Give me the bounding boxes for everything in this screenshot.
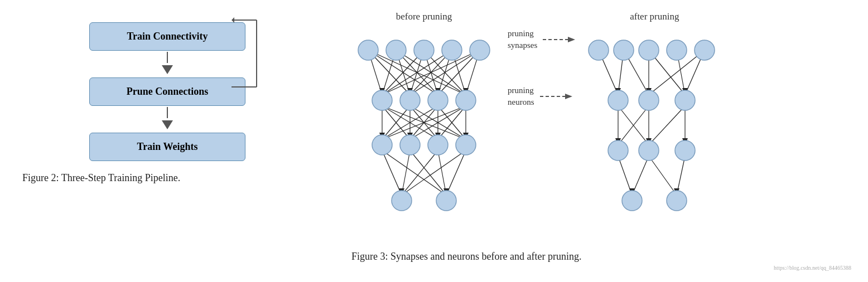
svg-point-107 [695, 40, 715, 60]
after-label: after pruning [630, 11, 679, 22]
neural-diagrams: before pruning [351, 11, 851, 243]
svg-point-58 [358, 40, 378, 60]
flow-diagram: Train Connectivity Prune Connections Tra… [22, 22, 312, 161]
arrow-2 [162, 107, 173, 132]
after-pruning-section: after pruning [587, 11, 721, 234]
svg-marker-74 [568, 37, 575, 42]
svg-point-59 [386, 40, 406, 60]
svg-point-63 [372, 90, 392, 110]
left-panel: Train Connectivity Prune Connections Tra… [0, 0, 335, 282]
svg-point-62 [470, 40, 490, 60]
pruning-neurons-label-item: pruningneurons [508, 85, 576, 108]
svg-point-110 [675, 90, 695, 110]
svg-point-69 [428, 135, 448, 155]
watermark: https://blog.csdn.net/qq_84465388 [351, 265, 851, 271]
pruning-neurons-text: pruningneurons [508, 85, 534, 108]
svg-point-65 [428, 90, 448, 110]
pruning-synapses-text: pruningsynapses [508, 28, 537, 51]
svg-line-99 [649, 156, 677, 195]
arrow-1 [162, 52, 173, 76]
svg-point-103 [589, 40, 609, 60]
before-pruning-section: before pruning [351, 11, 496, 234]
svg-point-61 [442, 40, 462, 60]
svg-marker-3 [232, 17, 234, 23]
svg-line-52 [402, 150, 438, 195]
svg-point-112 [639, 140, 659, 161]
svg-point-111 [608, 140, 628, 161]
svg-point-108 [608, 90, 628, 110]
svg-line-98 [632, 156, 649, 195]
before-network-svg [351, 28, 496, 234]
svg-point-68 [400, 135, 420, 155]
before-label: before pruning [396, 11, 452, 22]
svg-line-92 [649, 106, 685, 145]
svg-point-70 [456, 135, 476, 155]
svg-point-67 [372, 135, 392, 155]
pruning-labels: pruningsynapses pruningneurons [496, 28, 587, 108]
right-panel: before pruning [335, 0, 868, 282]
train-weights-box: Train Weights [89, 133, 245, 161]
svg-line-51 [410, 150, 446, 195]
svg-point-115 [667, 191, 687, 211]
svg-marker-76 [565, 94, 572, 99]
svg-point-104 [614, 40, 634, 60]
pruning-synapses-label-item: pruningsynapses [508, 28, 576, 51]
svg-point-72 [436, 191, 456, 211]
train-connectivity-box: Train Connectivity [89, 22, 245, 51]
svg-point-64 [400, 90, 420, 110]
figure-3-caption: Figure 3: Synapses and neurons before an… [351, 251, 851, 262]
prune-connections-box: Prune Connections [89, 77, 245, 106]
svg-point-105 [639, 40, 659, 60]
dashed-arrow-synapses [543, 34, 576, 45]
dashed-arrow-neurons [540, 91, 573, 102]
svg-point-66 [456, 90, 476, 110]
after-network-svg [587, 28, 721, 234]
svg-point-109 [639, 90, 659, 110]
svg-point-60 [414, 40, 434, 60]
feedback-arrow-svg [232, 12, 262, 95]
svg-point-71 [392, 191, 412, 211]
svg-point-114 [622, 191, 642, 211]
svg-point-106 [667, 40, 687, 60]
svg-point-113 [675, 140, 695, 161]
feedback-container: Prune Connections Train Weights [73, 77, 262, 161]
figure-2-caption: Figure 2: Three-Step Training Pipeline. [22, 172, 312, 184]
